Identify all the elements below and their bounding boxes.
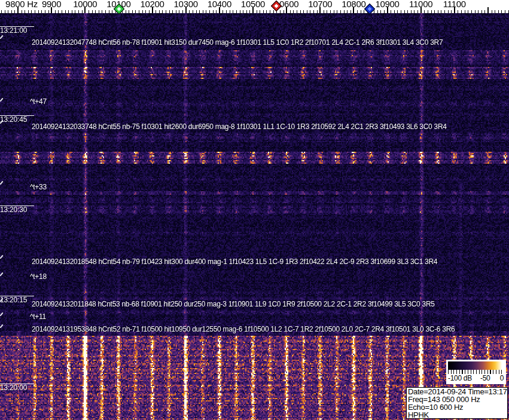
event-offset-label: ^t+18 (30, 273, 47, 280)
time-tick-label: 13:20:00 (0, 384, 34, 392)
freq-tick-label: 10000 (73, 0, 97, 8)
station-info-box: Date=2014-09-24 Time=13:17 UTC Freq=143 … (406, 387, 508, 419)
meteor-spectrogram-display: 9800 Hz990010000101001020010300104001050… (0, 0, 509, 420)
freq-tick-label: 9900 (42, 0, 61, 8)
colorbar-min-label: -100 dB (448, 374, 472, 382)
colorbar-mid-label: -50 (480, 374, 490, 382)
time-tick-label: 13:20:15 (0, 296, 34, 304)
event-detection-annotation: 20140924131953848 hCnt52 nb-71 f10500 hi… (32, 326, 455, 333)
event-detection-annotation: 20140924132011848 hCnt53 nb-68 f10901 hi… (32, 301, 435, 308)
time-tick-label: 13:20:45 (0, 115, 34, 124)
colorbar-gradient (448, 361, 504, 370)
blue-marker-core (367, 7, 371, 11)
freq-tick-label: 10800 (342, 0, 365, 8)
freq-tick-label: 9800 Hz (5, 0, 38, 8)
red-marker-core (274, 4, 278, 8)
freq-tick-label: 10200 (140, 0, 164, 8)
colorbar-labels: -100 dB -50 0 (446, 374, 506, 382)
event-offset-label: ^t+47 (30, 98, 47, 105)
event-detection-annotation: 20140924132018548 hCnt54 nb-79 f10423 hi… (32, 258, 437, 265)
info-line-station: HPHK (408, 411, 506, 419)
freq-tick-label: 10900 (375, 0, 399, 8)
event-offset-label: ^t+11 (30, 313, 46, 320)
freq-tick-label: 11000 (409, 0, 432, 8)
freq-tick-label: 11100 (443, 0, 466, 8)
time-tick-label: 13:21:00 (0, 26, 34, 35)
freq-tick-label: 10400 (208, 0, 231, 8)
green-marker-core (117, 7, 121, 11)
event-offset-label: ^t+33 (30, 183, 47, 191)
colorbar-max-label: 0 (500, 374, 504, 382)
event-detection-annotation: 20140924132033748 hCnt55 nb-75 f10301 hi… (32, 123, 447, 130)
spectrogram-canvas (0, 13, 509, 420)
freq-tick-label: 10700 (308, 0, 332, 8)
freq-tick-label: 10500 (241, 0, 265, 8)
freq-tick-label: 10300 (174, 0, 198, 8)
db-color-scale: -100 dB -50 0 (446, 360, 506, 384)
event-detection-annotation: 20140924132047748 hCnt56 nb-78 f10901 hi… (32, 39, 443, 46)
time-tick-label: 13:20:30 (0, 206, 34, 214)
colorbar-ticks (448, 370, 504, 374)
